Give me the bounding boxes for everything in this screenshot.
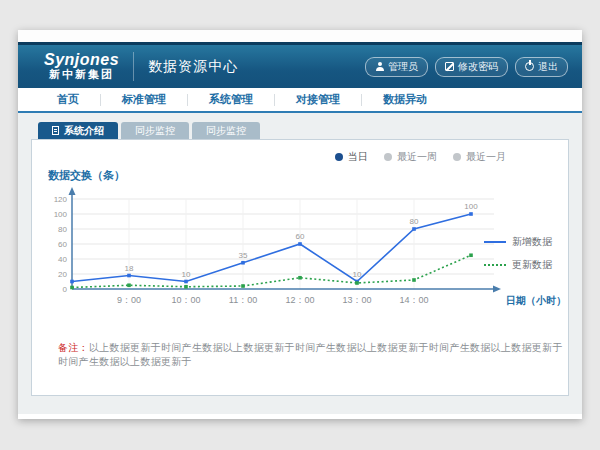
time-filter-0[interactable]: 当日 — [335, 150, 368, 164]
top-strip — [18, 30, 582, 42]
svg-text:35: 35 — [239, 251, 248, 260]
svg-text:13：00: 13：00 — [342, 295, 371, 305]
logout-icon — [525, 62, 534, 71]
app-header: Synjones 新中新集团 数据资源中心 管理员修改密码退出 — [18, 42, 582, 88]
chart-y-axis-title: 数据交换（条） — [48, 168, 568, 183]
time-filter-label: 当日 — [348, 150, 368, 164]
legend-label: 新增数据 — [512, 235, 552, 249]
nav-item-1[interactable]: 标准管理 — [101, 92, 187, 107]
svg-text:120: 120 — [54, 195, 68, 204]
edit-icon — [445, 62, 454, 71]
content-area: 系统介绍同步监控同步监控 当日最近一周最近一月 数据交换（条） 02040608… — [18, 113, 582, 414]
app-title: 数据资源中心 — [148, 58, 238, 76]
header-action-label: 管理员 — [388, 60, 418, 74]
time-filter-label: 最近一月 — [466, 150, 506, 164]
tab-2[interactable]: 同步监控 — [192, 122, 260, 139]
time-filter-label: 最近一周 — [397, 150, 437, 164]
chart-legend: 新增数据更新数据 — [484, 235, 552, 272]
dotted-line-icon — [484, 264, 506, 266]
logo-subtitle: 新中新集团 — [49, 69, 114, 81]
radio-icon — [384, 153, 392, 161]
radio-icon — [453, 153, 461, 161]
svg-text:60: 60 — [58, 240, 67, 249]
svg-text:日期（小时）: 日期（小时） — [506, 295, 566, 306]
svg-text:80: 80 — [410, 217, 419, 226]
chart-container: 0204060801001209：0010：0011：0012：0013：001… — [44, 185, 568, 331]
tab-0[interactable]: 系统介绍 — [38, 122, 118, 139]
header-action-label: 修改密码 — [458, 60, 498, 74]
document-icon — [52, 126, 59, 135]
legend-item-0: 新增数据 — [484, 235, 552, 249]
nav-item-0[interactable]: 首页 — [36, 92, 100, 107]
radio-selected-icon — [335, 153, 343, 161]
note-text: 以上数据更新于时间产生数据以上数据更新于时间产生数据以上数据更新于时间产生数据以… — [58, 342, 563, 367]
nav-item-4[interactable]: 数据异动 — [362, 92, 448, 107]
app-window: Synjones 新中新集团 数据资源中心 管理员修改密码退出 首页标准管理系统… — [18, 30, 582, 419]
browser-viewport: Synjones 新中新集团 数据资源中心 管理员修改密码退出 首页标准管理系统… — [0, 0, 600, 450]
header-action-logout[interactable]: 退出 — [515, 57, 568, 77]
svg-text:14：00: 14：00 — [399, 295, 428, 305]
tab-1[interactable]: 同步监控 — [121, 122, 189, 139]
svg-text:18: 18 — [125, 264, 134, 273]
header-action-edit[interactable]: 修改密码 — [435, 57, 508, 77]
header-actions: 管理员修改密码退出 — [365, 57, 568, 77]
legend-item-1: 更新数据 — [484, 258, 552, 272]
svg-text:20: 20 — [58, 270, 67, 279]
tab-label: 同步监控 — [135, 124, 175, 138]
svg-text:100: 100 — [54, 210, 68, 219]
svg-text:12：00: 12：00 — [285, 295, 314, 305]
main-nav: 首页标准管理系统管理对接管理数据异动 — [18, 88, 582, 113]
nav-item-3[interactable]: 对接管理 — [275, 92, 361, 107]
header-action-user[interactable]: 管理员 — [365, 57, 428, 77]
legend-label: 更新数据 — [512, 258, 552, 272]
logo-text: Synjones — [44, 52, 119, 69]
svg-text:10：00: 10：00 — [171, 295, 200, 305]
user-icon — [375, 62, 384, 71]
svg-text:60: 60 — [296, 232, 305, 241]
header-action-label: 退出 — [538, 60, 558, 74]
footer-note: 备注：以上数据更新于时间产生数据以上数据更新于时间产生数据以上数据更新于时间产生… — [58, 341, 568, 369]
svg-text:100: 100 — [464, 202, 478, 211]
note-prefix: 备注： — [58, 342, 89, 353]
time-filter-group: 当日最近一周最近一月 — [32, 140, 568, 164]
time-filter-2[interactable]: 最近一月 — [453, 150, 506, 164]
svg-text:10: 10 — [182, 270, 191, 279]
nav-item-2[interactable]: 系统管理 — [188, 92, 274, 107]
time-filter-1[interactable]: 最近一周 — [384, 150, 437, 164]
tab-label: 系统介绍 — [64, 124, 104, 138]
svg-text:9：00: 9：00 — [117, 295, 141, 305]
content-panel: 当日最近一周最近一月 数据交换（条） 0204060801001209：0010… — [31, 139, 569, 396]
tab-label: 同步监控 — [206, 124, 246, 138]
svg-text:0: 0 — [63, 285, 68, 294]
svg-text:11：00: 11：00 — [229, 295, 257, 305]
tab-bar: 系统介绍同步监控同步监控 — [38, 122, 569, 139]
brand-logo[interactable]: Synjones 新中新集团 — [44, 52, 134, 80]
solid-line-icon — [484, 241, 506, 243]
svg-text:10: 10 — [353, 270, 362, 279]
svg-text:80: 80 — [58, 225, 67, 234]
svg-text:40: 40 — [58, 255, 67, 264]
